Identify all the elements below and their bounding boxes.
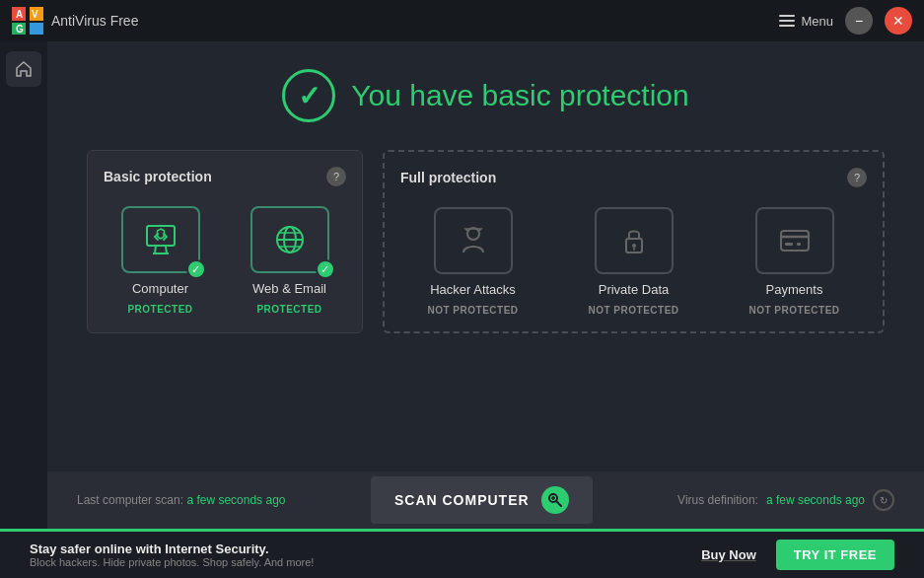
svg-line-22 (556, 501, 561, 506)
computer-label: Computer (132, 281, 188, 296)
basic-panel-help[interactable]: ? (326, 167, 346, 186)
web-email-icon (270, 220, 310, 259)
last-scan-info: Last computer scan: a few seconds ago (77, 493, 285, 507)
computer-status: PROTECTED (127, 304, 192, 315)
scan-icon (541, 486, 569, 514)
virus-def-label: Virus definition: (677, 493, 758, 507)
promo-text: Stay safer online with Internet Security… (30, 542, 681, 568)
computer-icon (141, 220, 180, 259)
full-panel-title: Full protection (400, 170, 496, 185)
private-data-icon-box (595, 207, 674, 274)
hamburger-icon (779, 15, 795, 27)
bottom-action-bar: Last computer scan: a few seconds ago SC… (47, 471, 924, 529)
sidebar (0, 41, 47, 578)
hero-title: You have basic protection (351, 79, 688, 112)
promo-bar: Stay safer online with Internet Security… (0, 529, 924, 578)
svg-rect-19 (785, 243, 793, 246)
payments-item[interactable]: Payments NOT PROTECTED (722, 207, 867, 316)
payments-label: Payments (766, 282, 823, 297)
private-data-label: Private Data (599, 282, 670, 297)
close-button[interactable]: ✕ (885, 7, 912, 35)
refresh-button[interactable]: ↻ (873, 489, 894, 511)
last-scan-time: a few seconds ago (186, 493, 285, 507)
promo-title: Stay safer online with Internet Security… (30, 542, 681, 556)
payments-icon (775, 221, 815, 260)
svg-text:G: G (16, 24, 24, 35)
svg-rect-20 (797, 243, 801, 246)
avg-logo-icon: A V G (12, 7, 43, 35)
svg-point-15 (632, 244, 636, 248)
home-icon (15, 60, 33, 78)
svg-text:V: V (32, 9, 38, 20)
last-scan-label: Last computer scan: (77, 493, 183, 507)
minimize-button[interactable]: − (845, 7, 873, 35)
protection-panels: Basic protection ? ✓ (87, 150, 885, 333)
basic-panel-items: ✓ Computer PROTECTED (104, 206, 346, 315)
web-email-protection-item[interactable]: ✓ Web & Email PROTECTED (233, 206, 346, 315)
svg-rect-3 (30, 23, 43, 35)
title-bar: A V G AntiVirus Free Menu − ✕ (0, 0, 924, 41)
sidebar-home-button[interactable] (6, 51, 41, 87)
full-panel-items: Hacker Attacks NOT PROTECTED Private Dat… (400, 207, 867, 316)
private-data-icon (614, 221, 654, 260)
menu-button[interactable]: Menu (779, 14, 833, 29)
full-panel-header: Full protection ? (400, 168, 867, 187)
web-email-status: PROTECTED (256, 304, 321, 315)
hacker-attacks-status: NOT PROTECTED (427, 305, 518, 316)
payments-status: NOT PROTECTED (748, 305, 839, 316)
web-email-protected-check: ✓ (316, 259, 335, 279)
status-check-circle: ✓ (282, 69, 335, 122)
main-content: ✓ You have basic protection Basic protec… (47, 41, 924, 489)
web-email-label: Web & Email (252, 281, 326, 296)
basic-protection-panel: Basic protection ? ✓ (87, 150, 363, 333)
private-data-status: NOT PROTECTED (588, 305, 678, 316)
menu-label: Menu (801, 14, 833, 29)
svg-rect-17 (781, 231, 809, 251)
window-controls: Menu − ✕ (779, 7, 912, 35)
payments-icon-box (755, 207, 834, 274)
checkmark-icon: ✓ (298, 80, 320, 112)
virus-def-time: a few seconds ago (766, 493, 865, 507)
hacker-attacks-item[interactable]: Hacker Attacks NOT PROTECTED (400, 207, 545, 316)
scan-search-icon (547, 492, 563, 508)
app-logo: A V G AntiVirus Free (12, 7, 138, 35)
full-panel-help[interactable]: ? (847, 168, 867, 187)
scan-computer-button[interactable]: SCAN COMPUTER (371, 476, 593, 524)
virus-definition-info: Virus definition: a few seconds ago ↻ (677, 489, 894, 511)
private-data-item[interactable]: Private Data NOT PROTECTED (561, 207, 706, 316)
computer-icon-box: ✓ (121, 206, 200, 273)
buy-now-button[interactable]: Buy Now (701, 547, 756, 562)
basic-panel-title: Basic protection (104, 169, 212, 184)
web-email-icon-box: ✓ (250, 206, 329, 273)
full-protection-panel: Full protection ? Hacker At (383, 150, 885, 333)
computer-protected-check: ✓ (186, 259, 206, 279)
hacker-attacks-icon (454, 221, 493, 260)
hacker-attacks-label: Hacker Attacks (430, 282, 516, 297)
hacker-attacks-icon-box (434, 207, 513, 274)
promo-subtitle: Block hackers. Hide private photos. Shop… (30, 556, 681, 568)
app-name-label: AntiVirus Free (51, 13, 138, 29)
svg-point-13 (467, 228, 479, 240)
hero-section: ✓ You have basic protection (282, 69, 688, 122)
basic-panel-header: Basic protection ? (104, 167, 346, 186)
computer-protection-item[interactable]: ✓ Computer PROTECTED (104, 206, 217, 315)
svg-text:A: A (16, 9, 23, 20)
try-free-button[interactable]: TRY IT FREE (776, 540, 894, 570)
scan-btn-label: SCAN COMPUTER (394, 492, 530, 508)
